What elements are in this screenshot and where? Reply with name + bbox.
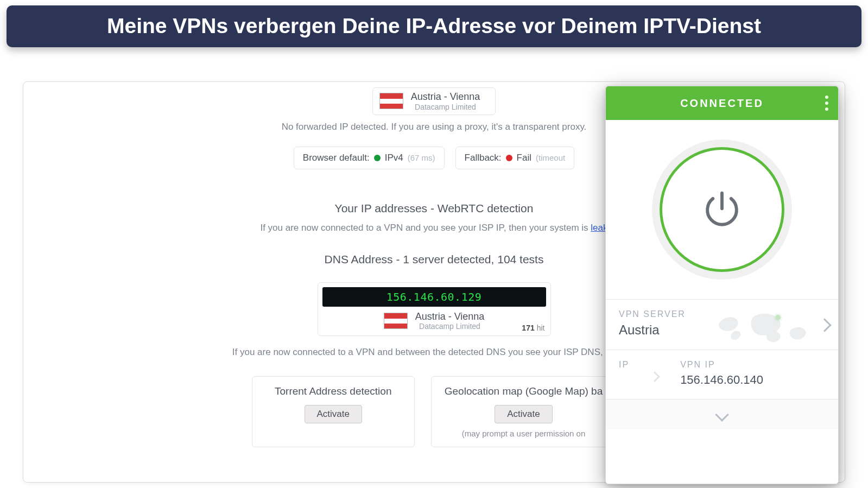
torrent-detection-card: Torrent Address detection Activate bbox=[252, 376, 415, 447]
vpn-status-header: CONNECTED bbox=[606, 86, 838, 120]
detected-ip-location: Austria - Vienna bbox=[411, 91, 480, 103]
status-dot-icon bbox=[506, 155, 512, 161]
dns-section-title: DNS Address - 1 server detected, 104 tes… bbox=[325, 253, 544, 266]
vpn-power-button[interactable] bbox=[660, 147, 784, 272]
fallback-value: Fail bbox=[517, 153, 531, 163]
vpn-expand-button[interactable] bbox=[606, 399, 838, 429]
webrtc-section-hint: If you are now connected to a VPN and yo… bbox=[260, 223, 607, 233]
torrent-card-title: Torrent Address detection bbox=[265, 385, 401, 397]
vpn-status-text: CONNECTED bbox=[680, 97, 764, 110]
kebab-dot-icon bbox=[825, 96, 828, 99]
geolocation-card: Geolocation map (Google Map) ba Activate… bbox=[431, 376, 617, 447]
detected-ip-isp: Datacamp Limited bbox=[415, 103, 476, 111]
kebab-dot-icon bbox=[825, 107, 828, 111]
status-dot-icon bbox=[374, 155, 381, 161]
proxy-detection-note: No forwarded IP detected. If you are usi… bbox=[282, 122, 587, 132]
server-location-pin-icon bbox=[775, 315, 781, 320]
fallback-note: (timeout bbox=[536, 153, 565, 162]
fallback-label: Fallback: bbox=[465, 153, 502, 163]
flag-austria-icon bbox=[379, 93, 403, 109]
dns-section-note: If you are now connected to a VPN and be… bbox=[232, 347, 636, 358]
vpn-vpnip-label: VPN IP bbox=[680, 360, 763, 370]
browser-default-label: Browser default: bbox=[303, 153, 370, 163]
vpn-vpnip-value: 156.146.60.140 bbox=[680, 373, 763, 387]
vpn-ip-section: IP VPN IP 156.146.60.140 bbox=[606, 350, 838, 399]
dns-isp: Datacamp Limited bbox=[419, 322, 480, 331]
world-map-icon bbox=[711, 307, 814, 345]
browser-default-pill: Browser default: IPv4 (67 ms) bbox=[294, 147, 445, 169]
flag-austria-icon bbox=[384, 313, 408, 329]
dns-hit-count: 171hit bbox=[522, 324, 544, 332]
vpn-menu-button[interactable] bbox=[825, 86, 828, 120]
headline-text: Meine VPNs verbergen Deine IP-Adresse vo… bbox=[107, 14, 761, 37]
caret-right-icon bbox=[649, 371, 660, 382]
fallback-pill: Fallback: Fail (timeout bbox=[455, 147, 575, 169]
dns-result-card: 156.146.60.129 Austria - Vienna Datacamp… bbox=[318, 282, 551, 336]
geolocation-activate-button[interactable]: Activate bbox=[495, 405, 552, 423]
kebab-dot-icon bbox=[825, 102, 828, 105]
browser-default-value: IPv4 bbox=[385, 153, 403, 163]
vpn-server-section[interactable]: VPN SERVER Austria bbox=[606, 299, 838, 350]
detected-ip-card: Austria - Vienna Datacamp Limited bbox=[372, 87, 496, 115]
torrent-activate-button[interactable]: Activate bbox=[305, 405, 362, 423]
webrtc-section-title: Your IP addresses - WebRTC detection bbox=[335, 202, 534, 215]
dns-location: Austria - Vienna bbox=[415, 311, 485, 322]
browser-default-latency: (67 ms) bbox=[408, 153, 435, 162]
chevron-down-icon bbox=[715, 408, 728, 421]
vpn-ip-label: IP bbox=[619, 360, 629, 370]
headline-banner: Meine VPNs verbergen Deine IP-Adresse vo… bbox=[7, 5, 861, 47]
geolocation-card-hint: (may prompt a user permission on bbox=[445, 429, 603, 438]
geolocation-card-title: Geolocation map (Google Map) ba bbox=[445, 385, 603, 397]
dns-ip-readout: 156.146.60.129 bbox=[322, 287, 546, 307]
power-icon bbox=[699, 187, 745, 232]
vpn-client-window: CONNECTED VPN SERVER Austria bbox=[605, 86, 839, 484]
